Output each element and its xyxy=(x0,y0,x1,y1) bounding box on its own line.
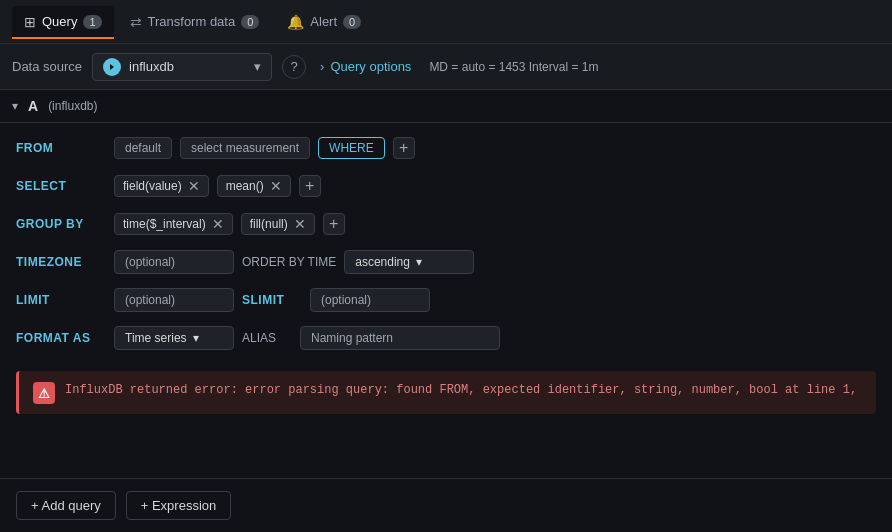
info-button[interactable]: ? xyxy=(282,55,306,79)
select-tag-field-value: field(value) ✕ xyxy=(114,175,209,197)
tab-alert-badge: 0 xyxy=(343,15,361,29)
group-by-tag-fill-text: fill(null) xyxy=(250,217,288,231)
query-letter-a: A xyxy=(28,98,38,114)
query-panel-a: ▾ A (influxdb) FROM default select measu… xyxy=(0,90,892,414)
add-query-button[interactable]: + Add query xyxy=(16,491,116,520)
datasource-label: Data source xyxy=(12,59,82,74)
error-icon: ⚠ xyxy=(33,382,55,404)
query-options-meta: MD = auto = 1453 Interval = 1m xyxy=(429,60,598,74)
alias-label: ALIAS xyxy=(242,331,292,345)
select-tag-mean: mean() ✕ xyxy=(217,175,291,197)
slimit-label: SLIMIT xyxy=(242,293,302,307)
error-banner: ⚠ InfluxDB returned error: error parsing… xyxy=(16,371,876,414)
chevron-down-order-icon: ▾ xyxy=(416,255,422,269)
datasource-name: influxdb xyxy=(129,59,246,74)
tab-transform[interactable]: ⇄ Transform data 0 xyxy=(118,6,272,38)
order-by-time-label: ORDER BY TIME xyxy=(242,255,336,269)
from-row: FROM default select measurement WHERE + xyxy=(16,133,876,163)
influxdb-icon xyxy=(103,58,121,76)
limit-input[interactable]: (optional) xyxy=(114,288,234,312)
group-by-tag-fill-close[interactable]: ✕ xyxy=(294,217,306,231)
order-by-time-select[interactable]: ascending ▾ xyxy=(344,250,474,274)
tab-alert[interactable]: 🔔 Alert 0 xyxy=(275,6,373,38)
error-message: InfluxDB returned error: error parsing q… xyxy=(65,381,857,399)
group-by-tag-fill: fill(null) ✕ xyxy=(241,213,315,235)
group-by-label: GROUP BY xyxy=(16,217,106,231)
bottom-bar: + Add query + Expression xyxy=(0,478,892,532)
alias-input[interactable]: Naming pattern xyxy=(300,326,500,350)
tab-alert-label: Alert xyxy=(310,14,337,29)
query-source-a: (influxdb) xyxy=(48,99,97,113)
group-by-row: GROUP BY time($_interval) ✕ fill(null) ✕… xyxy=(16,209,876,239)
tab-transform-badge: 0 xyxy=(241,15,259,29)
from-add-button[interactable]: + xyxy=(393,137,415,159)
select-measurement-btn[interactable]: select measurement xyxy=(180,137,310,159)
tab-query-badge: 1 xyxy=(83,15,101,29)
group-by-tag-time: time($_interval) ✕ xyxy=(114,213,233,235)
query-icon: ⊞ xyxy=(24,14,36,30)
query-rows: FROM default select measurement WHERE + … xyxy=(0,123,892,363)
group-by-tag-time-close[interactable]: ✕ xyxy=(212,217,224,231)
select-tag-field-value-text: field(value) xyxy=(123,179,182,193)
collapse-button[interactable]: ▾ xyxy=(12,99,18,113)
group-by-tag-time-text: time($_interval) xyxy=(123,217,206,231)
format-as-select[interactable]: Time series ▾ xyxy=(114,326,234,350)
timezone-order-row: TIMEZONE (optional) ORDER BY TIME ascend… xyxy=(16,247,876,277)
from-database[interactable]: default xyxy=(114,137,172,159)
tab-query[interactable]: ⊞ Query 1 xyxy=(12,6,114,38)
select-tag-mean-close[interactable]: ✕ xyxy=(270,179,282,193)
limit-slimit-row: LIMIT (optional) SLIMIT (optional) xyxy=(16,285,876,315)
tab-bar: ⊞ Query 1 ⇄ Transform data 0 🔔 Alert 0 xyxy=(0,0,892,44)
chevron-right-icon: › xyxy=(320,59,324,74)
chevron-down-icon: ▾ xyxy=(254,59,261,74)
select-row: SELECT field(value) ✕ mean() ✕ + xyxy=(16,171,876,201)
alert-icon: 🔔 xyxy=(287,14,304,30)
where-button[interactable]: WHERE xyxy=(318,137,385,159)
tab-transform-label: Transform data xyxy=(148,14,236,29)
query-options-label: Query options xyxy=(330,59,411,74)
select-tag-field-value-close[interactable]: ✕ xyxy=(188,179,200,193)
transform-icon: ⇄ xyxy=(130,14,142,30)
tab-query-label: Query xyxy=(42,14,77,29)
timezone-input[interactable]: (optional) xyxy=(114,250,234,274)
select-add-button[interactable]: + xyxy=(299,175,321,197)
expression-button[interactable]: + Expression xyxy=(126,491,232,520)
group-by-add-button[interactable]: + xyxy=(323,213,345,235)
datasource-select[interactable]: influxdb ▾ xyxy=(92,53,272,81)
format-as-value: Time series xyxy=(125,331,187,345)
slimit-input[interactable]: (optional) xyxy=(310,288,430,312)
order-by-time-value: ascending xyxy=(355,255,410,269)
select-label: SELECT xyxy=(16,179,106,193)
from-label: FROM xyxy=(16,141,106,155)
limit-label: LIMIT xyxy=(16,293,106,307)
query-header-a: ▾ A (influxdb) xyxy=(0,90,892,123)
format-as-label: FORMAT AS xyxy=(16,331,106,345)
datasource-row: Data source influxdb ▾ ? › Query options… xyxy=(0,44,892,90)
select-tag-mean-text: mean() xyxy=(226,179,264,193)
format-alias-row: FORMAT AS Time series ▾ ALIAS Naming pat… xyxy=(16,323,876,353)
timezone-label: TIMEZONE xyxy=(16,255,106,269)
query-options-link[interactable]: › Query options xyxy=(320,59,411,74)
chevron-down-format-icon: ▾ xyxy=(193,331,199,345)
